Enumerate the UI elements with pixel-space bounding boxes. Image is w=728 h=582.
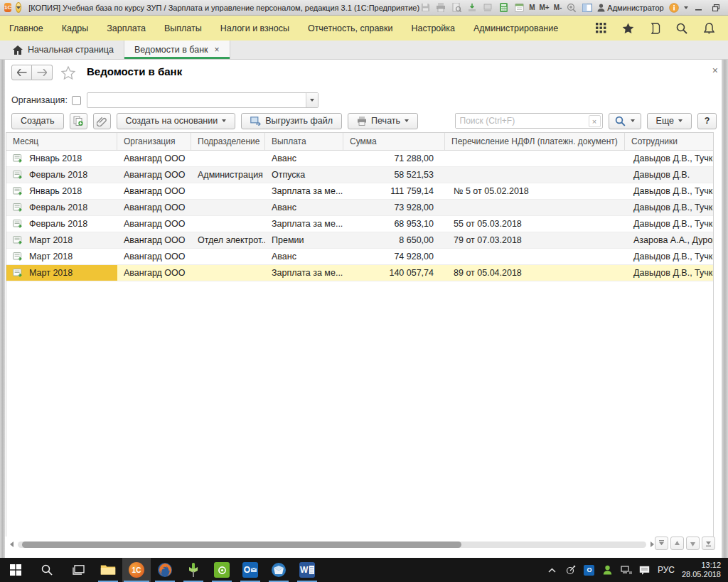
organization-dropdown-button[interactable]	[306, 93, 318, 107]
window-right-scrollbar[interactable]	[722, 60, 728, 558]
favorite-star-icon[interactable]	[61, 66, 75, 82]
menu-item-7[interactable]: Администрирование	[464, 16, 567, 41]
scroll-left-icon[interactable]	[10, 541, 14, 547]
split-view-icon[interactable]	[582, 2, 593, 14]
tray-network-dish-icon[interactable]	[565, 564, 577, 576]
taskbar-app-outlook[interactable]: O	[236, 558, 264, 582]
info-chevron-icon[interactable]	[684, 6, 688, 9]
cell-ndfl[interactable]: 89 от 05.04.2018	[445, 265, 625, 281]
tray-outlook-icon[interactable]: O	[584, 564, 595, 576]
attachments-button[interactable]	[93, 113, 111, 129]
cell-employees[interactable]: Давыдов Д.В.	[625, 167, 713, 183]
system-menu-button[interactable]	[16, 2, 21, 13]
column-header-3[interactable]: Выплата	[265, 133, 343, 150]
create-button[interactable]: Создать	[11, 113, 64, 129]
zoom-icon[interactable]	[566, 2, 577, 14]
menu-item-3[interactable]: Выплаты	[155, 16, 211, 41]
table-row[interactable]: Февраль 2018Авангард ОООЗарплата за ме..…	[6, 216, 713, 232]
cell-amount[interactable]: 68 953,10	[343, 216, 445, 232]
menu-item-2[interactable]: Зарплата	[97, 16, 155, 41]
taskbar-app-1c[interactable]: 1С	[122, 558, 151, 582]
organization-combobox[interactable]	[87, 92, 318, 108]
cell-payout[interactable]: Зарплата за ме...	[265, 183, 343, 199]
maximize-button[interactable]	[710, 2, 722, 13]
horizontal-scrollbar[interactable]	[10, 539, 654, 550]
column-header-6[interactable]: Сотрудники	[625, 133, 713, 150]
create-based-on-button[interactable]: Создать на основании	[117, 113, 236, 129]
cell-payout[interactable]: Премии	[265, 232, 343, 248]
cell-ndfl[interactable]: 79 от 07.03.2018	[445, 232, 625, 248]
export-icon[interactable]	[482, 2, 493, 14]
cell-dept[interactable]	[191, 151, 265, 166]
cell-amount[interactable]: 111 759,14	[343, 183, 445, 199]
menu-item-0[interactable]: Главное	[0, 16, 53, 41]
import-icon[interactable]	[466, 2, 478, 14]
cell-payout[interactable]: Аванс	[265, 200, 343, 215]
go-first-button[interactable]	[655, 537, 668, 550]
cell-payout[interactable]: Зарплата за ме...	[265, 216, 343, 232]
cell-dept[interactable]	[191, 249, 265, 264]
tab-active[interactable]: Ведомости в банк ×	[124, 41, 230, 59]
form-close-icon[interactable]: ×	[712, 65, 718, 75]
scroll-right-icon[interactable]	[651, 541, 654, 547]
taskbar-app-thunderbird[interactable]	[264, 558, 293, 582]
minimize-button[interactable]	[692, 2, 705, 13]
scrollbar-thumb[interactable]	[22, 541, 461, 548]
cell-employees[interactable]: Азарова А.А., Дурова	[625, 232, 713, 248]
search-icon[interactable]	[675, 22, 688, 35]
search-clear-button[interactable]: ×	[589, 115, 601, 127]
copy-button[interactable]	[70, 113, 87, 129]
cell-employees[interactable]: Давыдов Д.В., Тучков	[625, 151, 713, 166]
menu-item-4[interactable]: Налоги и взносы	[211, 16, 299, 41]
cell-ndfl[interactable]	[445, 167, 625, 183]
cell-month[interactable]: Февраль 2018	[6, 216, 117, 232]
upload-file-button[interactable]: Выгрузить файл	[241, 113, 342, 129]
current-user[interactable]: Администратор	[597, 4, 663, 12]
print-button[interactable]: Печать	[348, 113, 418, 129]
favorites-star-icon[interactable]	[621, 22, 634, 35]
cell-payout[interactable]: Отпуска	[265, 167, 343, 183]
table-row[interactable]: Март 2018Авангард ОООАванс74 928,00Давыд…	[6, 249, 713, 265]
tab-home[interactable]: Начальная страница	[3, 41, 124, 59]
calendar-icon[interactable]	[513, 2, 525, 14]
taskbar-app-green-agent[interactable]	[179, 558, 208, 582]
cell-payout[interactable]: Аванс	[265, 151, 343, 166]
table-row[interactable]: Январь 2018Авангард ОООЗарплата за ме...…	[6, 183, 713, 200]
cell-payout[interactable]: Аванс	[265, 249, 343, 264]
table-row[interactable]: Февраль 2018Авангард ОООАдминистрацияОтп…	[6, 167, 713, 183]
column-header-1[interactable]: Организация	[117, 133, 191, 150]
tray-message-icon[interactable]	[639, 564, 651, 576]
cell-ndfl[interactable]: № 5 от 05.02.2018	[445, 183, 625, 199]
info-icon[interactable]	[668, 2, 680, 14]
print-icon[interactable]	[435, 2, 446, 14]
cell-payout[interactable]: Зарплата за ме...	[265, 265, 343, 281]
tray-user-status-icon[interactable]	[602, 564, 614, 576]
back-button[interactable]	[11, 65, 32, 80]
taskbar-search-button[interactable]	[31, 558, 63, 582]
calculator-icon[interactable]	[498, 2, 509, 14]
memory-m-button[interactable]: M	[529, 4, 535, 11]
memory-m-minus-button[interactable]: M-	[554, 4, 562, 11]
cell-employees[interactable]: Давыдов Д.В., Тучков	[625, 249, 713, 264]
cell-org[interactable]: Авангард ООО	[117, 265, 191, 281]
cell-org[interactable]: Авангард ООО	[117, 200, 191, 215]
cell-month[interactable]: Март 2018	[6, 265, 117, 281]
cell-ndfl[interactable]	[445, 249, 625, 264]
menu-item-5[interactable]: Отчетность, справки	[299, 16, 402, 41]
all-functions-grid-icon[interactable]	[594, 22, 607, 35]
search-input[interactable]	[456, 114, 584, 128]
cell-dept[interactable]: Отдел электрот...	[191, 232, 265, 248]
cell-dept[interactable]	[191, 183, 265, 199]
column-header-4[interactable]: Сумма	[343, 133, 445, 150]
print-preview-icon[interactable]	[451, 2, 462, 14]
cell-dept[interactable]: Администрация	[191, 167, 265, 183]
taskbar-app-firefox[interactable]	[151, 558, 179, 582]
cell-org[interactable]: Авангард ООО	[117, 183, 191, 199]
more-button[interactable]: Еще	[647, 113, 692, 129]
taskbar-app-explorer[interactable]	[94, 558, 122, 582]
table-row[interactable]: Февраль 2018Авангард ОООАванс73 928,00Да…	[6, 200, 713, 216]
cell-month[interactable]: Февраль 2018	[6, 167, 117, 183]
cell-org[interactable]: Авангард ООО	[117, 232, 191, 248]
clock[interactable]: 13:12 28.05.2018	[682, 561, 721, 579]
cell-month[interactable]: Март 2018	[6, 232, 117, 248]
